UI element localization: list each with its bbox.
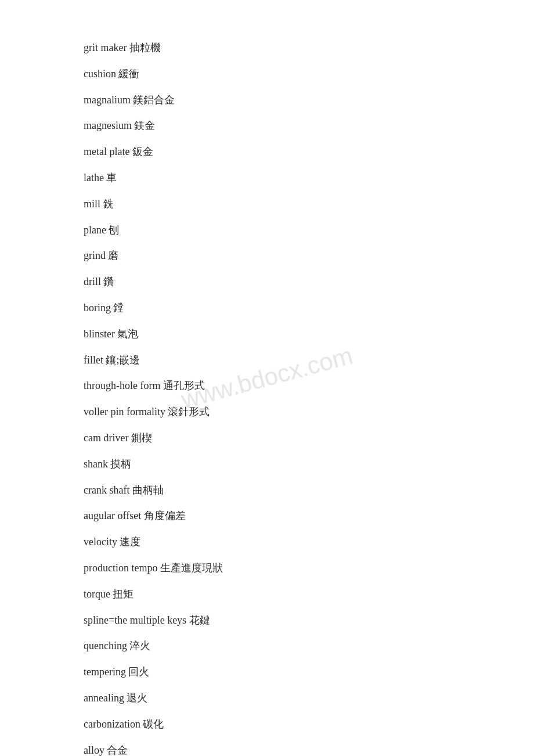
glossary-item-cushion: cushion 緩衝 xyxy=(84,61,450,87)
glossary-item-plane: plane 刨 xyxy=(84,217,450,243)
glossary-item-grit-maker: grit maker 抽粒機 xyxy=(84,35,450,61)
glossary-item-production-tempo: production tempo 生產進度現狀 xyxy=(84,555,450,581)
glossary-item-drill: drill 鑽 xyxy=(84,269,450,295)
glossary-item-augular-offset: augular offset 角度偏差 xyxy=(84,503,450,529)
glossary-item-quenching: quenching 淬火 xyxy=(84,633,450,659)
glossary-item-torque: torque 扭矩 xyxy=(84,581,450,607)
glossary-item-carbonization: carbonization 碳化 xyxy=(84,711,450,737)
glossary-item-boring: boring 鏜 xyxy=(84,295,450,321)
glossary-item-alloy: alloy 合金 xyxy=(84,737,450,756)
glossary-item-grind: grind 磨 xyxy=(84,243,450,269)
glossary-item-fillet: fillet 鑲;嵌邊 xyxy=(84,347,450,373)
glossary-item-cam-driver: cam driver 鍘楔 xyxy=(84,425,450,451)
glossary-item-lathe: lathe 車 xyxy=(84,165,450,191)
glossary-item-magnesium: magnesium 鎂金 xyxy=(84,113,450,139)
glossary-item-mill: mill 銑 xyxy=(84,191,450,217)
glossary-item-crank-shaft: crank shaft 曲柄軸 xyxy=(84,477,450,503)
glossary-item-tempering: tempering 回火 xyxy=(84,659,450,685)
glossary-item-blinster: blinster 氣泡 xyxy=(84,321,450,347)
glossary-list: grit maker 抽粒機cushion 緩衝magnalium 鎂鋁合金ma… xyxy=(84,35,450,756)
glossary-item-spline: spline=the multiple keys 花鍵 xyxy=(84,607,450,633)
glossary-item-magnalium: magnalium 鎂鋁合金 xyxy=(84,87,450,113)
glossary-item-metal-plate: metal plate 鈑金 xyxy=(84,139,450,165)
glossary-item-annealing: annealing 退火 xyxy=(84,685,450,711)
glossary-item-through-hole-form: through-hole form 通孔形式 xyxy=(84,373,450,399)
glossary-item-voller-pin-formality: voller pin formality 滾針形式 xyxy=(84,399,450,425)
glossary-item-shank: shank 摸柄 xyxy=(84,451,450,477)
glossary-item-velocity: velocity 速度 xyxy=(84,529,450,555)
